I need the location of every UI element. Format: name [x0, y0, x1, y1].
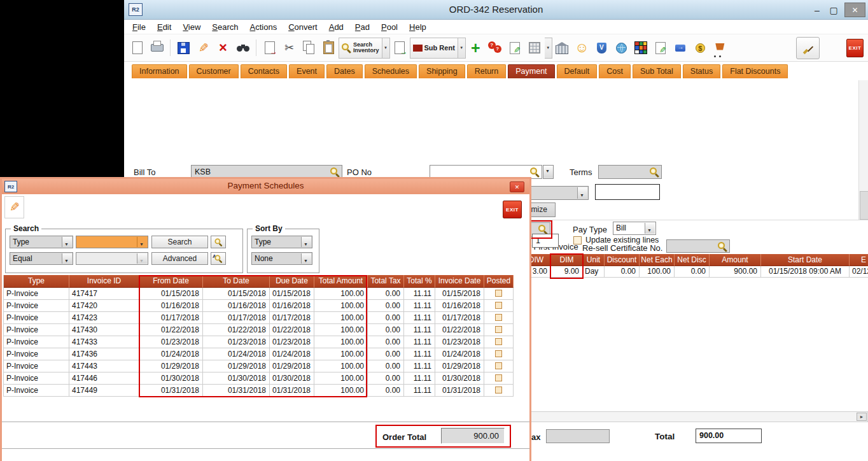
schedule-row[interactable]: P-Invoice41743001/22/201801/22/201801/22…: [4, 324, 514, 336]
export-icon[interactable]: →: [261, 39, 278, 57]
column-header[interactable]: Type: [4, 275, 69, 288]
close-button[interactable]: ✕: [844, 3, 865, 17]
schedule-row[interactable]: P-Invoice41744901/31/201801/31/201801/31…: [4, 385, 514, 397]
chevron-down-icon[interactable]: [301, 237, 311, 247]
column-header[interactable]: To Date: [203, 275, 270, 288]
rubik-cube-icon[interactable]: [633, 39, 650, 57]
chevron-down-icon[interactable]: [577, 187, 587, 199]
cart-icon[interactable]: [711, 39, 729, 57]
tab-contacts[interactable]: Contacts: [241, 64, 287, 78]
print-icon[interactable]: [148, 39, 165, 57]
column-header[interactable]: Net Disc: [675, 254, 710, 266]
dialog-close-button[interactable]: ✕: [510, 181, 524, 192]
new-document-icon[interactable]: [129, 39, 146, 57]
exit-button[interactable]: EXIT: [846, 39, 864, 57]
schedule-row[interactable]: P-Invoice41744301/29/201801/29/201801/29…: [4, 360, 514, 372]
scroll-right-icon[interactable]: [857, 413, 867, 421]
tab-default[interactable]: Default: [557, 64, 598, 78]
column-header[interactable]: Posted: [484, 275, 514, 288]
posted-checkbox[interactable]: [495, 374, 502, 381]
schedule-row[interactable]: P-Invoice41743301/23/201801/23/201801/23…: [4, 336, 514, 348]
posted-checkbox[interactable]: [495, 350, 502, 357]
update-existing-lines-checkbox[interactable]: [573, 236, 582, 245]
posted-checkbox[interactable]: [495, 326, 502, 333]
chevron-down-icon[interactable]: [62, 237, 72, 247]
vertical-scrollbar[interactable]: [858, 80, 868, 220]
search-button[interactable]: Search: [151, 236, 208, 248]
posted-checkbox[interactable]: [495, 338, 502, 345]
column-header[interactable]: From Date: [139, 275, 203, 288]
tab-sub-total[interactable]: Sub Total: [633, 64, 681, 78]
posted-checkbox[interactable]: [495, 290, 502, 297]
question-balls-icon[interactable]: [487, 39, 504, 57]
tab-cost[interactable]: Cost: [599, 64, 631, 78]
schedule-row[interactable]: P-Invoice41742001/16/201801/16/201801/16…: [4, 300, 514, 312]
edit-pencil-icon[interactable]: ✎: [195, 39, 212, 57]
tab-shipping[interactable]: Shipping: [419, 64, 465, 78]
dialog-exit-button[interactable]: EXIT: [503, 201, 522, 218]
copy-icon[interactable]: [300, 39, 318, 57]
dialog-edit-pencil-button[interactable]: ✎: [4, 196, 24, 218]
column-header[interactable]: Unit: [583, 254, 605, 266]
menu-edit[interactable]: Edit: [151, 21, 177, 33]
note-edit-icon[interactable]: [652, 39, 669, 57]
lines-data-row[interactable]: 3.00 9.00 Day 0.00 100.00 0.00 900.00 01…: [522, 266, 868, 278]
import-icon[interactable]: →: [391, 39, 409, 57]
column-header[interactable]: Start Date: [761, 254, 850, 266]
schedule-row[interactable]: P-Invoice41743601/24/201801/24/201801/24…: [4, 348, 514, 360]
sub-rent-dropdown[interactable]: [458, 38, 466, 59]
column-header[interactable]: Net Each: [640, 254, 675, 266]
pay-method-extra-field[interactable]: [595, 184, 660, 200]
resell-certificate-field[interactable]: [666, 239, 730, 253]
search-operator-combo[interactable]: Equal: [10, 252, 73, 265]
chevron-down-icon[interactable]: [645, 223, 655, 234]
column-header[interactable]: Invoice ID: [69, 275, 139, 288]
chevron-down-icon[interactable]: [62, 253, 72, 264]
column-header[interactable]: Amount: [710, 254, 761, 266]
menu-view[interactable]: View: [177, 21, 206, 33]
tax-field[interactable]: [546, 429, 610, 443]
horizontal-scrollbar[interactable]: [480, 411, 868, 422]
memo-edit-icon[interactable]: [507, 39, 524, 57]
delete-icon[interactable]: ×: [214, 39, 232, 57]
column-header[interactable]: Total Amount: [314, 275, 368, 288]
search-operator-value-combo[interactable]: [76, 252, 148, 265]
posted-checkbox[interactable]: [495, 302, 502, 309]
line-qty-field[interactable]: 1: [532, 234, 559, 248]
schedule-row[interactable]: P-Invoice41741701/15/201801/15/201801/15…: [4, 288, 514, 300]
tab-status[interactable]: Status: [683, 64, 720, 78]
po-no-dropdown[interactable]: [543, 165, 554, 179]
sort-secondary-combo[interactable]: None: [251, 252, 312, 265]
grid-icon[interactable]: [526, 39, 543, 57]
search-icon[interactable]: [650, 167, 659, 177]
scrollbar-thumb[interactable]: [860, 191, 868, 220]
globe-icon[interactable]: [613, 39, 630, 57]
chevron-down-icon[interactable]: [301, 253, 311, 264]
save-icon[interactable]: [175, 39, 192, 57]
menu-file[interactable]: File: [127, 21, 151, 33]
tab-information[interactable]: Information: [132, 64, 187, 78]
column-header[interactable]: E: [850, 254, 868, 266]
menu-actions[interactable]: Actions: [244, 21, 283, 33]
sort-primary-combo[interactable]: Type: [251, 236, 312, 248]
search-icon[interactable]: [530, 167, 540, 177]
maximize-button[interactable]: ▢: [828, 5, 839, 15]
tab-customer[interactable]: Customer: [189, 64, 239, 78]
paste-icon[interactable]: [320, 39, 337, 57]
search-icon[interactable]: [718, 242, 727, 252]
tab-return[interactable]: Return: [467, 64, 507, 78]
chevron-down-icon[interactable]: [137, 237, 147, 247]
menu-search[interactable]: Search: [206, 21, 244, 33]
tab-payment[interactable]: Payment: [508, 64, 554, 78]
tab-event[interactable]: Event: [289, 64, 325, 78]
search-icon[interactable]: [538, 225, 548, 234]
bank-building-icon[interactable]: [554, 39, 571, 57]
add-plus-icon[interactable]: +: [467, 39, 484, 57]
tab-dates[interactable]: Dates: [326, 64, 363, 78]
search-field-combo[interactable]: Type: [10, 236, 73, 248]
schedule-row[interactable]: P-Invoice41744601/30/201801/30/201801/30…: [4, 372, 514, 385]
minimize-button[interactable]: –: [811, 5, 823, 15]
sub-rent-button[interactable]: Sub Rent: [410, 38, 458, 59]
find-icon-button[interactable]: [211, 236, 226, 248]
posted-checkbox[interactable]: [495, 362, 502, 369]
